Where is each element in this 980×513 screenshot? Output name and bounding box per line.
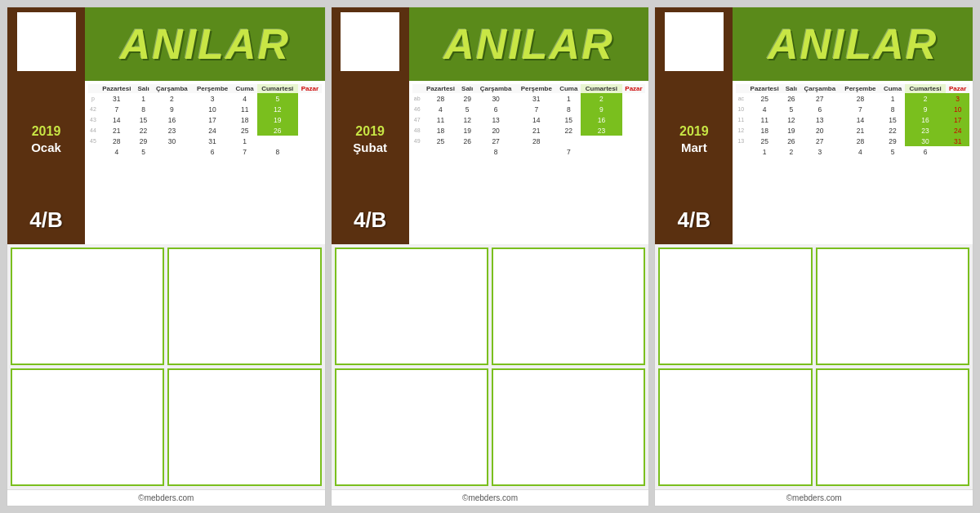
photo-frame-1-1 xyxy=(167,368,321,486)
cal-day: 22 xyxy=(880,125,905,136)
cal-day: 23 xyxy=(581,125,621,136)
cal-day: 22 xyxy=(556,125,581,136)
cal-day: 5 xyxy=(136,146,152,157)
cal-day: 6 xyxy=(192,146,232,157)
cal-day: 12 xyxy=(257,104,298,114)
cal-day: 6 xyxy=(800,104,840,114)
cal-day: 7 xyxy=(516,104,556,114)
cal-day: 4 xyxy=(98,146,136,157)
cal-day: 1 xyxy=(233,136,257,146)
cal-day: 26 xyxy=(783,93,800,104)
weekday-header-1: Salı xyxy=(136,84,152,93)
cal-day: 27 xyxy=(800,136,840,146)
cal-day: 7 xyxy=(556,146,581,157)
cal-day: 3 xyxy=(800,146,840,157)
photo-row-1 xyxy=(658,368,969,486)
photo-row-1 xyxy=(335,368,646,486)
cal-day: 7 xyxy=(840,104,880,114)
cal-day: 13 xyxy=(475,114,516,125)
cal-day: 6 xyxy=(475,104,516,114)
cal-day xyxy=(298,104,322,114)
cal-day xyxy=(298,93,322,104)
cal-day: 29 xyxy=(459,93,475,104)
cal-day: 4 xyxy=(746,104,783,114)
cal-day: 24 xyxy=(192,125,232,136)
cal-day: 14 xyxy=(840,114,880,125)
left-panel: 2019Mart4/B xyxy=(655,7,733,244)
cal-day: 15 xyxy=(136,114,152,125)
anilar-title: ANILAR xyxy=(120,20,290,69)
class-label: 4/B xyxy=(678,207,710,233)
cal-day xyxy=(298,146,322,157)
cal-day: 31 xyxy=(516,93,556,104)
cal-day xyxy=(946,146,969,157)
photo-frame-1-1 xyxy=(816,368,969,486)
cal-day: 5 xyxy=(783,104,800,114)
cal-day: 1 xyxy=(136,93,152,104)
cal-day: 8 xyxy=(136,104,152,114)
cal-day xyxy=(459,146,475,157)
photo-frame-1-0 xyxy=(658,368,812,486)
cal-day: 19 xyxy=(783,125,800,136)
main-container: 2019Ocak4/BANILARPazartesiSalıÇarşambaPe… xyxy=(0,0,980,513)
cal-day: 20 xyxy=(800,125,840,136)
left-panel: 2019Ocak4/B xyxy=(7,7,85,244)
photo-frame-0-1 xyxy=(492,248,645,365)
calendar-section: 2019Mart4/BANILARPazartesiSalıÇarşambaPe… xyxy=(655,7,973,244)
weekday-header-0: Pazartesi xyxy=(98,84,136,93)
cal-day xyxy=(622,136,646,146)
cal-day: 16 xyxy=(151,114,192,125)
cal-day: 28 xyxy=(98,136,136,146)
year-month: 2019Mart xyxy=(679,124,709,154)
cal-day: 11 xyxy=(746,114,783,125)
weekday-header-0: Pazartesi xyxy=(422,84,460,93)
cal-day: 30 xyxy=(151,136,192,146)
cal-day: 14 xyxy=(516,114,556,125)
cal-day: 4 xyxy=(840,146,880,157)
cal-day: 31 xyxy=(192,136,232,146)
right-panel: ANILARPazartesiSalıÇarşambaPerşembeCumaC… xyxy=(409,7,649,244)
cal-day: 18 xyxy=(422,125,460,136)
cal-day: 25 xyxy=(233,125,257,136)
year-month: 2019Ocak xyxy=(31,124,61,154)
calendar-grid: PazartesiSalıÇarşambaPerşembeCumaCumarte… xyxy=(733,81,973,244)
cal-day: 22 xyxy=(136,125,152,136)
weekday-header-4: Cuma xyxy=(556,84,581,93)
cal-day: 28 xyxy=(840,136,880,146)
cal-day: 31 xyxy=(98,93,136,104)
cal-day xyxy=(556,136,581,146)
weekday-header-1: Salı xyxy=(783,84,800,93)
cal-day: 21 xyxy=(516,125,556,136)
cal-day: 23 xyxy=(151,125,192,136)
photo-frame-0-0 xyxy=(658,248,812,365)
weekday-header-4: Cuma xyxy=(880,84,905,93)
cal-day: 2 xyxy=(783,146,800,157)
cal-day: 12 xyxy=(783,114,800,125)
green-header: ANILAR xyxy=(409,7,649,81)
weekday-header-0: Pazartesi xyxy=(746,84,783,93)
photo-row-1 xyxy=(11,368,322,486)
cal-day: 16 xyxy=(581,114,621,125)
right-panel: ANILARPazartesiSalıÇarşambaPerşembeCumaC… xyxy=(733,7,973,244)
weekday-header-2: Çarşamba xyxy=(475,84,516,93)
weekday-header-3: Perşembe xyxy=(840,84,880,93)
cal-day xyxy=(581,136,621,146)
green-header: ANILAR xyxy=(733,7,973,81)
header-photo xyxy=(665,12,724,71)
cal-day xyxy=(622,104,646,114)
cal-day: 5 xyxy=(257,93,298,104)
cal-day: 27 xyxy=(800,93,840,104)
cal-day: 18 xyxy=(746,125,783,136)
cal-day: 16 xyxy=(905,114,946,125)
cal-day xyxy=(622,146,646,157)
cal-day xyxy=(298,136,322,146)
footer: ©mebders.com xyxy=(7,489,325,506)
cal-day: 14 xyxy=(98,114,136,125)
calendar-section: 2019Şubat4/BANILARPazartesiSalıÇarşambaP… xyxy=(332,7,649,244)
page-2: 2019Şubat4/BANILARPazartesiSalıÇarşambaP… xyxy=(331,7,650,506)
photo-row-0 xyxy=(658,248,969,365)
cal-day: 29 xyxy=(880,136,905,146)
cal-day: 19 xyxy=(257,114,298,125)
cal-day: 2 xyxy=(151,93,192,104)
cal-day: 24 xyxy=(946,125,969,136)
